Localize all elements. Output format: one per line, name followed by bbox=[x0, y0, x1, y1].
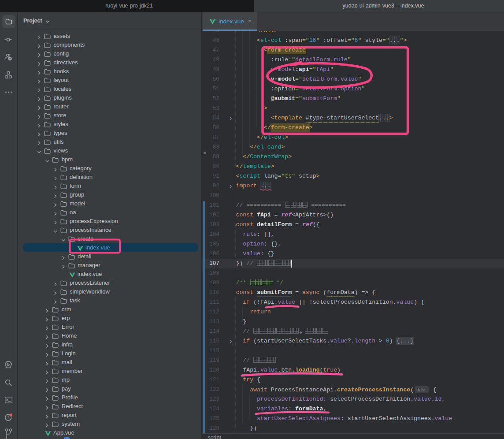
svg-text:?: ? bbox=[9, 57, 11, 61]
